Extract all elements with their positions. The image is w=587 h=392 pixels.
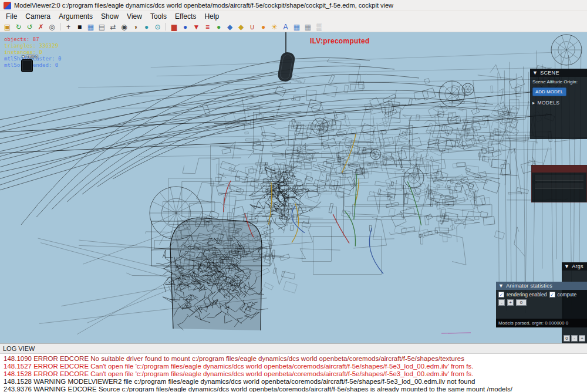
animator-statistics-panel: ▼ Animator statistics ✓ rendering enable… bbox=[496, 282, 587, 327]
args-plus-button[interactable]: + bbox=[579, 335, 585, 342]
expand-arrow-icon: ▸ bbox=[532, 100, 535, 106]
menu-show[interactable]: Show bbox=[97, 12, 123, 21]
scene-panel-title: SCENE bbox=[540, 70, 559, 76]
refresh-icon[interactable]: ↻ bbox=[14, 22, 23, 32]
menu-bar: FileCameraArgumentsShowViewToolsEffectsH… bbox=[0, 11, 587, 22]
menu-arguments[interactable]: Arguments bbox=[55, 12, 97, 21]
layers-icon[interactable]: ≡ bbox=[203, 22, 212, 32]
marker-icon[interactable]: ▼ bbox=[191, 22, 201, 32]
model-info-row bbox=[535, 183, 583, 189]
log-line: 148.1528 WARNING MODELVIEWER2 file c:/pr… bbox=[4, 378, 583, 386]
scene-panel-header[interactable]: ▼ SCENE bbox=[530, 69, 587, 77]
log-view-header: LOG VIEW bbox=[0, 343, 587, 353]
stat-line: triangles: 336329 bbox=[4, 43, 62, 49]
args-buttons-row: 0 - + bbox=[564, 335, 585, 342]
texture-preview bbox=[21, 59, 33, 72]
args-panel-header[interactable]: ▼ Args bbox=[562, 262, 587, 271]
rendering-enabled-checkbox[interactable]: ✓ bbox=[498, 292, 504, 298]
bar-chart-icon[interactable]: ▆ bbox=[169, 22, 179, 32]
animator-panel-title: Animator statistics bbox=[506, 283, 552, 289]
model-info-panel bbox=[531, 165, 587, 202]
menu-effects[interactable]: Effects bbox=[171, 12, 200, 21]
flask-yellow-icon[interactable]: ◆ bbox=[236, 22, 246, 32]
collapse-arrow-icon: ▼ bbox=[498, 283, 504, 289]
toolbar-separator bbox=[166, 23, 166, 31]
log-lines[interactable]: 148.1090 ERROR EDCORE No suitable driver… bbox=[0, 353, 587, 392]
rendering-enabled-label: rendering enabled bbox=[507, 292, 547, 298]
animator-status: Models parsed, orgin: 0.000000 0 bbox=[496, 319, 587, 327]
anim-plus-button[interactable]: + bbox=[507, 299, 514, 306]
globe-icon[interactable]: ● bbox=[141, 22, 151, 32]
magnet-icon[interactable]: ∪ bbox=[247, 22, 257, 32]
green-spheres-icon[interactable]: ● bbox=[214, 22, 224, 32]
toolbar: ▣↻↺✗◎+■▦▤⇄◉◑●⊙▆●▼≡●◆◆∪●☀A▦▦▒ bbox=[0, 22, 587, 32]
camera-icon[interactable]: ◎ bbox=[47, 22, 57, 32]
log-line: 148.1528 ERROR EDCORE Can't open file 'c… bbox=[4, 370, 583, 378]
black-square-icon[interactable]: ■ bbox=[75, 22, 85, 32]
reload-model-icon[interactable]: ↺ bbox=[25, 22, 35, 32]
scene-altitude-label: Scene Altitude Origin: bbox=[532, 79, 585, 85]
texture-widget-label: TEX 0 bbox=[26, 55, 38, 59]
animator-buttons-row: - + 0 bbox=[496, 298, 587, 306]
wire-grid-icon[interactable]: ▤ bbox=[97, 22, 107, 32]
font-icon[interactable]: A bbox=[281, 22, 291, 32]
menu-tools[interactable]: Tools bbox=[146, 12, 171, 21]
texture-widget[interactable]: ▼ TEX 0 bbox=[21, 55, 38, 72]
material-sphere-icon[interactable]: ◑ bbox=[130, 22, 140, 32]
menu-view[interactable]: View bbox=[123, 12, 146, 21]
menu-help[interactable]: Help bbox=[200, 12, 223, 21]
log-line: 148.1527 ERROR EDCORE Can't open file 'c… bbox=[4, 363, 583, 370]
stat-line: objects: 87 bbox=[4, 36, 62, 43]
blue-dot-icon[interactable]: ● bbox=[180, 22, 190, 32]
window-title: ModelViewer2:0 c:/program files/eagle dy… bbox=[14, 2, 393, 9]
add-model-button[interactable]: ADD MODEL bbox=[532, 87, 566, 96]
scene-panel-body: Scene Altitude Origin: ADD MODEL ▸ MODEL… bbox=[530, 77, 587, 106]
delete-icon[interactable]: ✗ bbox=[36, 22, 46, 32]
anim-zero-button[interactable]: 0 bbox=[516, 299, 527, 306]
swap-arrows-icon[interactable]: ⇄ bbox=[108, 22, 118, 32]
collapse-arrow-icon: ▼ bbox=[564, 263, 569, 269]
ilv-overlay-label: ILV:precomputed bbox=[310, 37, 370, 45]
model-info-row bbox=[535, 175, 583, 181]
texture-grid-icon[interactable]: ▦ bbox=[86, 22, 96, 32]
scene-panel: ▼ SCENE Scene Altitude Origin: ADD MODEL… bbox=[530, 69, 587, 139]
args-minus-button[interactable]: - bbox=[571, 335, 578, 342]
app-icon bbox=[4, 2, 11, 9]
compute-label: compute bbox=[558, 292, 577, 298]
eye-icon[interactable]: ◉ bbox=[119, 22, 129, 32]
args-panel-title: Args bbox=[572, 263, 583, 269]
viewport-3d[interactable]: objects: 87triangles: 336329instances: 0… bbox=[0, 32, 587, 343]
orange-sphere-icon[interactable]: ● bbox=[258, 22, 268, 32]
collapse-arrow-icon: ▼ bbox=[532, 70, 538, 76]
add-icon[interactable]: + bbox=[63, 22, 73, 32]
open-model-icon[interactable]: ▣ bbox=[2, 22, 12, 32]
args-zero-button[interactable]: 0 bbox=[564, 335, 570, 342]
title-bar: ModelViewer2:0 c:/program files/eagle dy… bbox=[0, 0, 587, 11]
anim-minus-button[interactable]: - bbox=[498, 299, 505, 306]
models-label: MODELS bbox=[538, 100, 560, 106]
model-info-header[interactable] bbox=[532, 165, 586, 173]
dots-grid-icon[interactable]: ▒ bbox=[314, 22, 324, 32]
blue-grid-icon[interactable]: ▦ bbox=[292, 22, 302, 32]
compute-checkbox[interactable]: ✓ bbox=[549, 292, 555, 298]
collapse-arrow-icon: ▼ bbox=[21, 55, 25, 59]
animator-checkbox-row: ✓ rendering enabled ✓ compute bbox=[496, 290, 587, 298]
menu-file[interactable]: File bbox=[2, 12, 21, 21]
menu-camera[interactable]: Camera bbox=[21, 12, 55, 21]
gray-grid-icon[interactable]: ▦ bbox=[303, 22, 313, 32]
modelviewer-window: ModelViewer2:0 c:/program files/eagle dy… bbox=[0, 0, 587, 392]
flask-blue-icon[interactable]: ◆ bbox=[225, 22, 235, 32]
models-tree-item[interactable]: ▸ MODELS bbox=[532, 100, 585, 106]
sun-icon[interactable]: ☀ bbox=[269, 22, 279, 32]
texture-widget-label-row: ▼ TEX 0 bbox=[21, 55, 38, 59]
toolbar-separator bbox=[60, 23, 60, 31]
log-line: 148.1090 ERROR EDCORE No suitable driver… bbox=[4, 355, 583, 363]
log-line: 243.9376 WARNING EDCORE Source c:/progra… bbox=[4, 386, 583, 392]
globe-rotate-icon[interactable]: ⊙ bbox=[153, 22, 163, 32]
animator-panel-header[interactable]: ▼ Animator statistics bbox=[496, 282, 587, 290]
